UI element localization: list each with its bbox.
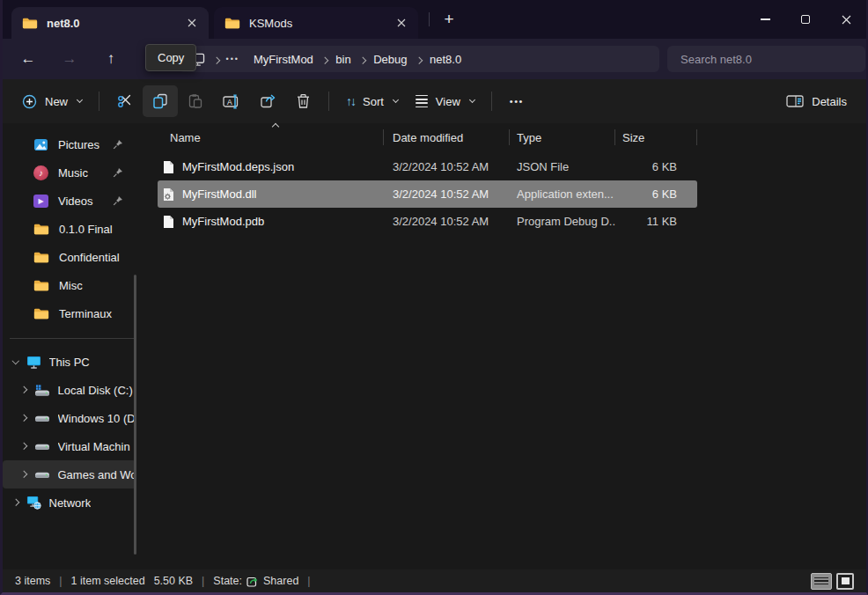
search-box[interactable] <box>667 46 865 72</box>
details-pane-label: Details <box>812 95 847 108</box>
sidebar-item-label: Terminaux <box>59 307 112 320</box>
sidebar-item-virtual-machines[interactable]: Virtual Machin <box>3 432 143 460</box>
large-icons-view-toggle[interactable] <box>836 573 854 590</box>
tab-close-icon[interactable] <box>390 11 413 34</box>
breadcrumb-net8.0[interactable]: net8.0 <box>422 48 469 70</box>
item-count: 3 items <box>15 575 50 587</box>
selection-count: 1 item selected <box>71 575 145 587</box>
address-bar[interactable]: ••• MyFirstMod bin Debug net8.0 <box>179 46 659 72</box>
delete-button[interactable] <box>286 85 320 117</box>
share-button[interactable] <box>250 85 286 117</box>
drive-icon <box>34 412 50 425</box>
sidebar-item-label: Confidential <box>59 251 120 264</box>
new-button[interactable]: New <box>13 85 91 117</box>
file-row-pdb[interactable]: MyFirstMod.pdb 3/2/2024 10:52 AM Program… <box>158 208 697 235</box>
column-header-size[interactable]: Size <box>615 125 697 150</box>
file-name: MyFirstMod.dll <box>182 187 257 201</box>
file-list: Name Date modified Type Size MyFirstMod.… <box>143 123 866 569</box>
tab-divider <box>429 12 430 26</box>
search-input[interactable] <box>667 53 865 66</box>
tab-label: net8.0 <box>47 17 180 30</box>
toolbar-divider <box>491 92 492 111</box>
paste-button[interactable] <box>178 85 213 117</box>
sidebar-item-pictures[interactable]: Pictures <box>3 130 143 158</box>
sidebar-item-windows-10[interactable]: Windows 10 (D <box>3 404 143 432</box>
sidebar-item-label: Misc <box>59 279 83 292</box>
sidebar-item-confidential[interactable]: Confidential <box>3 243 143 271</box>
tab-ksmods[interactable]: KSMods <box>214 7 418 39</box>
breadcrumb-ellipsis[interactable]: ••• <box>220 48 246 70</box>
sidebar-item-misc[interactable]: Misc <box>3 271 143 299</box>
cut-button[interactable] <box>107 85 143 117</box>
close-button[interactable] <box>826 0 866 39</box>
pin-icon <box>113 167 123 178</box>
pictures-icon <box>33 138 48 151</box>
file-size: 11 KB <box>615 215 686 228</box>
music-icon: ♪ <box>33 165 48 180</box>
tab-close-icon[interactable] <box>180 11 203 34</box>
file-name: MyFirstMod.deps.json <box>182 160 294 173</box>
sidebar-item-terminaux[interactable]: Terminaux <box>3 299 143 327</box>
state-label: State: <box>213 575 242 587</box>
breadcrumb-myfirstmod[interactable]: MyFirstMod <box>246 48 321 70</box>
column-header-name[interactable]: Name <box>158 125 384 150</box>
chevron-right-icon[interactable] <box>20 415 27 422</box>
view-button-label: View <box>436 95 460 108</box>
sidebar-item-network[interactable]: Network <box>3 488 143 517</box>
sidebar-divider <box>10 338 135 339</box>
sidebar-item-010-final[interactable]: 0.1.0 Final <box>3 215 143 243</box>
folder-icon <box>33 279 49 292</box>
column-header-date-modified[interactable]: Date modified <box>384 125 510 150</box>
sidebar-item-games-drive[interactable]: Games and Wo <box>3 460 136 488</box>
toolbar-divider <box>99 92 99 111</box>
details-view-toggle[interactable] <box>811 573 832 590</box>
sort-button[interactable]: ↑↓ Sort <box>337 85 407 117</box>
forward-button[interactable]: → <box>53 45 86 73</box>
column-header-type[interactable]: Type <box>510 125 615 150</box>
tab-label: KSMods <box>249 17 390 30</box>
maximize-icon <box>801 15 810 24</box>
maximize-button[interactable] <box>785 0 826 39</box>
new-tab-button[interactable]: + <box>437 7 461 32</box>
up-button[interactable]: ↑ <box>94 45 128 73</box>
file-row-dll-selected[interactable]: MyFirstMod.dll 3/2/2024 10:52 AM Applica… <box>158 180 697 208</box>
trash-icon <box>296 93 311 109</box>
status-separator: | <box>202 575 204 587</box>
folder-icon <box>33 251 49 264</box>
chevron-down-icon <box>393 97 399 103</box>
state-value: Shared <box>263 575 298 587</box>
copy-button[interactable] <box>143 85 178 117</box>
file-size: 6 KB <box>615 160 686 173</box>
breadcrumb-bin[interactable]: bin <box>327 48 358 70</box>
view-button[interactable]: View <box>407 85 483 117</box>
selection-size: 5.50 KB <box>154 575 193 587</box>
tab-net8.0[interactable]: net8.0 <box>11 7 209 39</box>
file-icon <box>163 160 174 174</box>
paste-icon <box>188 93 203 109</box>
sidebar-item-this-pc[interactable]: This PC <box>3 348 143 376</box>
navigation-bar: ← → ↑ ••• MyFirstMod bin Debug net8.0 Co… <box>3 39 866 79</box>
back-button[interactable]: ← <box>11 45 45 73</box>
plus-circle-icon <box>22 94 37 109</box>
chevron-right-icon <box>359 57 366 64</box>
sidebar-item-videos[interactable]: ▶ Videos <box>3 187 143 215</box>
chevron-right-icon[interactable] <box>20 471 27 478</box>
details-pane-button[interactable]: Details <box>777 85 856 117</box>
breadcrumb-debug[interactable]: Debug <box>365 48 415 70</box>
shared-icon <box>246 576 259 587</box>
more-options-button[interactable]: ••• <box>500 85 533 117</box>
rename-button[interactable]: A <box>213 85 250 117</box>
sidebar-scrollbar[interactable] <box>134 275 136 555</box>
file-row-deps-json[interactable]: MyFirstMod.deps.json 3/2/2024 10:52 AM J… <box>158 153 697 180</box>
minimize-button[interactable] <box>745 0 785 39</box>
view-list-icon <box>416 95 428 108</box>
folder-icon <box>22 17 38 30</box>
chevron-right-icon <box>213 57 220 64</box>
file-date: 3/2/2024 10:52 AM <box>384 160 510 173</box>
sidebar-item-local-disk-c[interactable]: Local Disk (C:) <box>3 376 143 404</box>
chevron-right-icon[interactable] <box>12 499 19 506</box>
chevron-right-icon[interactable] <box>20 386 27 393</box>
sidebar-item-music[interactable]: ♪ Music <box>3 158 143 187</box>
chevron-right-icon[interactable] <box>20 443 27 450</box>
chevron-down-icon[interactable] <box>12 357 19 364</box>
